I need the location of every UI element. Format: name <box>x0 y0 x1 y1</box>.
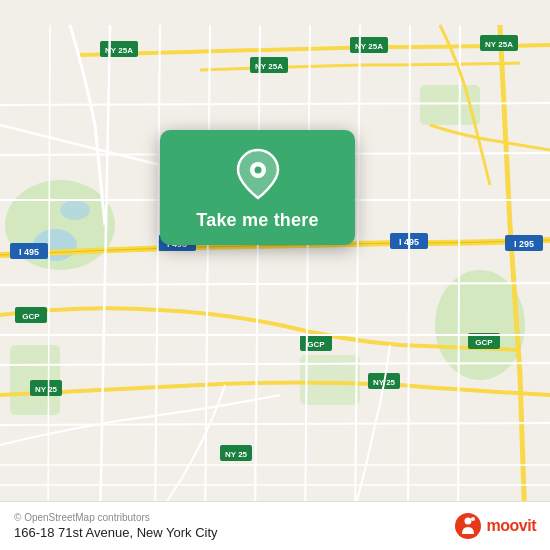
svg-text:GCP: GCP <box>22 312 40 321</box>
svg-point-57 <box>464 518 471 525</box>
svg-text:GCP: GCP <box>475 338 493 347</box>
svg-text:I 295: I 295 <box>514 239 534 249</box>
svg-point-58 <box>471 517 475 521</box>
bottom-bar: © OpenStreetMap contributors 166-18 71st… <box>0 501 550 550</box>
svg-point-55 <box>254 167 261 174</box>
moovit-logo: moovit <box>454 512 536 540</box>
bottom-left-info: © OpenStreetMap contributors 166-18 71st… <box>14 512 218 540</box>
map-container: I 495 I 495 I 495 I 295 NY 25A NY 25A NY… <box>0 0 550 550</box>
take-me-there-label: Take me there <box>196 210 318 231</box>
svg-rect-5 <box>300 355 360 405</box>
map-roads: I 495 I 495 I 495 I 295 NY 25A NY 25A NY… <box>0 0 550 550</box>
svg-point-7 <box>60 200 90 220</box>
svg-text:GCP: GCP <box>307 340 325 349</box>
osm-credit: © OpenStreetMap contributors <box>14 512 218 523</box>
location-pin-icon <box>232 148 284 200</box>
moovit-icon <box>454 512 482 540</box>
moovit-text: moovit <box>487 517 536 535</box>
svg-text:I 495: I 495 <box>19 247 39 257</box>
svg-point-56 <box>455 513 481 539</box>
svg-text:NY 25: NY 25 <box>225 450 248 459</box>
svg-text:NY 25: NY 25 <box>35 385 58 394</box>
svg-text:NY 25A: NY 25A <box>485 40 513 49</box>
address-text: 166-18 71st Avenue, New York City <box>14 525 218 540</box>
location-card[interactable]: Take me there <box>160 130 355 245</box>
